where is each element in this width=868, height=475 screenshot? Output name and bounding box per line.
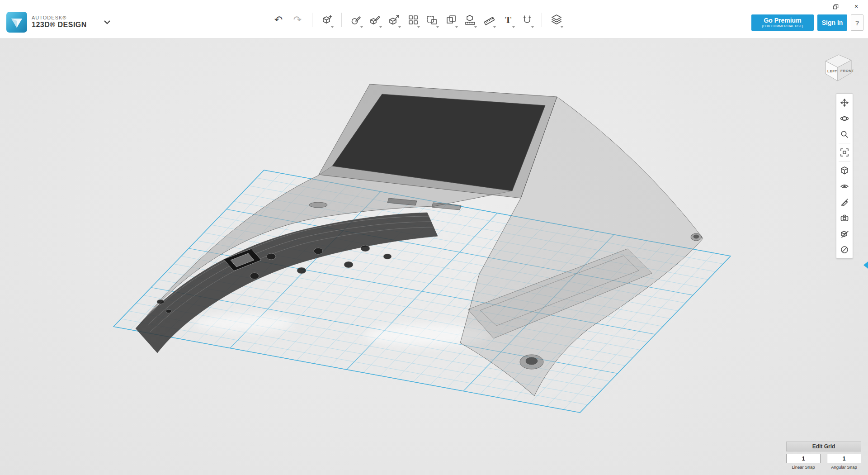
- angular-snap-label: Angular Snap: [827, 465, 861, 470]
- tool-sketch-button[interactable]: [348, 11, 364, 29]
- undo-icon: ↶: [274, 14, 283, 26]
- display-mode-button[interactable]: [837, 162, 852, 178]
- app-logo-icon: [6, 12, 27, 33]
- brand-product: 123D® DESIGN: [32, 21, 87, 29]
- app-window: – × AUTODESK® 123D: [0, 0, 868, 475]
- tool-snap-button[interactable]: [519, 11, 535, 29]
- modify-icon: [388, 14, 400, 26]
- display-mode-icon: [840, 166, 849, 175]
- dropdown-caret-icon: [398, 26, 401, 28]
- hide-sketches-icon: [840, 198, 849, 207]
- go-premium-button[interactable]: Go Premium (FOR COMMERCIAL USE): [751, 14, 814, 31]
- orbit-button[interactable]: [837, 110, 852, 126]
- navigation-toolbar: [836, 93, 853, 259]
- ruler-icon: [483, 14, 495, 26]
- hide-sketches-button[interactable]: [837, 194, 852, 210]
- material-icon: [551, 14, 562, 26]
- model-hinge-slot: [432, 203, 461, 210]
- dropdown-caret-icon: [331, 26, 334, 28]
- view-cube-left-label: LEFT: [827, 69, 837, 73]
- combine-icon: [445, 14, 457, 26]
- tool-pattern-button[interactable]: [405, 11, 421, 29]
- brand-text: AUTODESK® 123D® DESIGN: [32, 15, 87, 29]
- tool-grouping-button[interactable]: [424, 11, 440, 29]
- dropdown-caret-icon: [474, 26, 477, 28]
- visibility-button[interactable]: [837, 178, 852, 194]
- undo-button[interactable]: ↶: [270, 11, 287, 29]
- edit-grid-panel: Edit Grid Linear Snap Angular Snap: [786, 442, 861, 470]
- toolbar-separator: [312, 13, 312, 27]
- angular-snap-input[interactable]: [827, 454, 861, 463]
- snap-icon: [521, 14, 533, 26]
- viewport[interactable]: LEFT FRONT: [0, 39, 868, 475]
- close-icon: ×: [854, 3, 858, 10]
- tool-construct-button[interactable]: [367, 11, 383, 29]
- go-premium-sublabel: (FOR COMMERCIAL USE): [751, 24, 814, 28]
- close-button[interactable]: ×: [847, 1, 865, 12]
- restore-button[interactable]: [826, 1, 844, 12]
- fit-button[interactable]: [837, 144, 852, 160]
- measure-icon: [464, 14, 476, 26]
- toolbar-separator: [542, 13, 542, 27]
- pan-button[interactable]: [837, 95, 852, 110]
- screenshot-button[interactable]: [837, 210, 852, 226]
- tool-transform-button[interactable]: [319, 11, 335, 29]
- view-cube[interactable]: LEFT FRONT: [821, 49, 855, 83]
- eye-icon: [840, 182, 849, 191]
- pan-icon: [840, 98, 849, 107]
- tool-text-button[interactable]: T: [500, 11, 516, 29]
- panel-collapse-arrow[interactable]: [863, 261, 868, 269]
- main-toolbar: ↶ ↷: [270, 11, 565, 29]
- material-visibility-button[interactable]: [837, 226, 852, 242]
- brand-company: AUTODESK®: [32, 15, 87, 21]
- dropdown-caret-icon: [379, 26, 382, 28]
- minimize-icon: –: [813, 3, 816, 10]
- edit-grid-button[interactable]: Edit Grid: [786, 442, 861, 451]
- minimize-button[interactable]: –: [806, 1, 824, 12]
- sketch-icon: [350, 14, 362, 26]
- tool-combine-button[interactable]: [443, 11, 459, 29]
- linear-snap-input[interactable]: [786, 454, 821, 463]
- tool-modify-button[interactable]: [386, 11, 402, 29]
- tool-material-button[interactable]: [548, 11, 565, 29]
- material-visibility-icon: [840, 229, 849, 238]
- hide-construction-button[interactable]: [837, 242, 852, 257]
- dropdown-caret-icon: [531, 26, 534, 28]
- navbar-separator: [839, 143, 850, 143]
- app-menu-button[interactable]: [101, 16, 113, 28]
- restore-icon: [832, 4, 839, 10]
- fit-icon: [840, 148, 849, 157]
- orbit-icon: [840, 114, 849, 123]
- linear-snap-label: Linear Snap: [786, 465, 821, 470]
- chevron-down-icon: [104, 20, 110, 24]
- view-cube-front-label: FRONT: [840, 69, 854, 73]
- dropdown-caret-icon: [493, 26, 496, 28]
- dropdown-caret-icon: [436, 26, 439, 28]
- redo-icon: ↷: [293, 14, 302, 26]
- tool-measure-button[interactable]: [462, 11, 478, 29]
- grouping-icon: [426, 14, 438, 26]
- construct-icon: [369, 14, 381, 26]
- hide-construction-icon: [840, 245, 849, 254]
- model-3d[interactable]: [136, 84, 703, 396]
- toolbar-separator: [341, 13, 342, 27]
- camera-icon: [840, 214, 849, 223]
- tool-ruler-button[interactable]: [481, 11, 497, 29]
- header-actions: Go Premium (FOR COMMERCIAL USE) Sign In …: [751, 14, 863, 31]
- dropdown-caret-icon: [417, 26, 420, 28]
- dropdown-caret-icon: [561, 26, 563, 28]
- zoom-button[interactable]: [837, 126, 852, 142]
- window-controls: – ×: [806, 1, 865, 12]
- navbar-separator: [839, 161, 850, 162]
- sign-in-button[interactable]: Sign In: [817, 14, 847, 31]
- zoom-icon: [840, 130, 849, 139]
- dropdown-caret-icon: [455, 26, 458, 28]
- redo-button[interactable]: ↷: [289, 11, 306, 29]
- pattern-icon: [407, 14, 419, 26]
- app-header: – × AUTODESK® 123D: [0, 0, 868, 39]
- dropdown-caret-icon: [512, 26, 515, 28]
- help-button[interactable]: ?: [851, 14, 863, 31]
- transform-icon: [321, 14, 333, 26]
- scene-canvas[interactable]: [0, 39, 868, 475]
- brand: AUTODESK® 123D® DESIGN: [6, 12, 113, 33]
